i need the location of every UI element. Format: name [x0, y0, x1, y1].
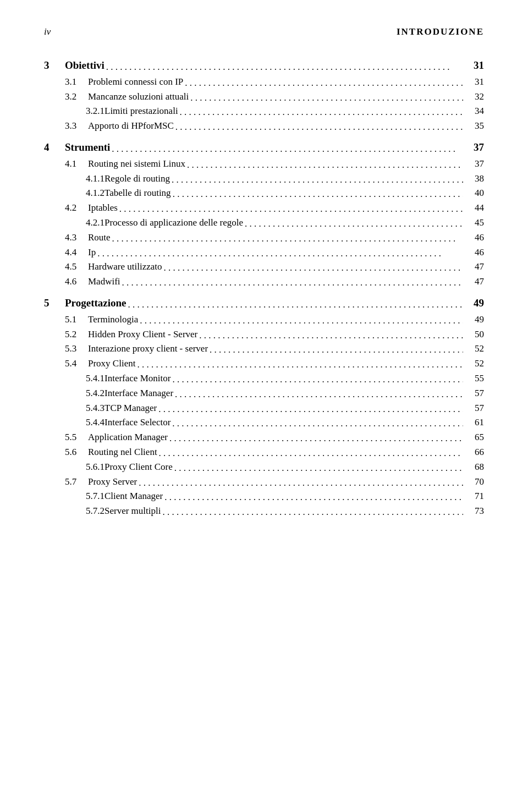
toc-entry-title: Mancanze soluzioni attuali	[88, 91, 189, 102]
toc-entry-page: 34	[465, 106, 484, 117]
toc-entry-title: Hidden Proxy Client - Server	[88, 329, 197, 340]
toc-entry-title: Proxy Server	[88, 476, 137, 487]
toc-entry-title: Application Manager	[88, 432, 168, 443]
toc-entry-num: 4.1.2	[44, 188, 105, 199]
toc-chapter-page: 37	[465, 141, 484, 153]
toc-entry-dots	[245, 217, 463, 231]
toc-entry-page: 52	[465, 343, 484, 354]
page: iv INTRODUZIONE 3Obiettivi313.1Problemi …	[0, 0, 528, 812]
toc-entry-dots	[139, 476, 463, 490]
toc-entry-title: Terminologia	[88, 314, 138, 325]
toc-entry-title: Route	[88, 232, 111, 243]
toc-entry-title: Proxy Client Core	[105, 462, 173, 473]
toc-entry-dots	[173, 188, 463, 201]
toc-entry-page: 49	[465, 314, 484, 325]
toc-entry-dots	[174, 462, 463, 475]
toc-section-row: 5.2Hidden Proxy Client - Server50	[44, 328, 484, 341]
toc-entry-dots	[140, 314, 463, 327]
toc-entry-page: 66	[465, 447, 484, 458]
toc-entry-page: 57	[465, 388, 484, 399]
toc-section-row: 5.6Routing nel Client66	[44, 446, 484, 459]
toc-entry-dots	[122, 276, 463, 289]
toc-section-row: 3.3Apporto di HPforMSC35	[44, 119, 484, 133]
toc-entry-title: Tabelle di routing	[105, 188, 171, 199]
toc-section-row: 4.4Ip46	[44, 246, 484, 259]
toc-entry-num: 5.4	[44, 358, 88, 369]
toc-entry-dots	[137, 358, 463, 371]
toc-entry-num: 4.1.1	[44, 173, 105, 184]
toc-entry-title: Client Manager	[105, 491, 163, 502]
toc-entry-num: 4.6	[44, 276, 88, 287]
toc-entry-num: 5.2	[44, 329, 88, 340]
toc-chapter-num: 3	[44, 59, 65, 72]
toc-chapter-row: 3Obiettivi31	[44, 59, 484, 73]
toc-section-row: 4.1Routing nei sistemi Linux37	[44, 157, 484, 171]
toc-entry-dots	[97, 247, 463, 260]
page-header: iv INTRODUZIONE	[44, 26, 484, 37]
toc-entry-dots	[190, 91, 463, 105]
toc-entry-dots	[172, 417, 463, 430]
toc-entry-dots	[119, 202, 463, 216]
toc-chapter-title: Progettazione	[65, 297, 127, 309]
toc-section-row: 5.7Proxy Server70	[44, 475, 484, 489]
toc-section-row: 3.1Problemi connessi con IP31	[44, 75, 484, 89]
toc-entry-page: 46	[465, 247, 484, 258]
toc-entry-dots	[210, 343, 463, 356]
toc-chapter-dots	[112, 142, 463, 156]
toc-subsection-row: 5.6.1Proxy Client Core68	[44, 460, 484, 474]
toc-subsection-row: 4.2.1Processo di applicazione delle rego…	[44, 216, 484, 229]
toc-entry-num: 5.4.2	[44, 388, 105, 399]
toc-section-row: 5.1Terminologia49	[44, 313, 484, 326]
toc-entry-dots	[164, 491, 463, 504]
toc-entry-page: 45	[465, 217, 484, 228]
toc-entry-title: Routing nel Client	[88, 447, 157, 458]
toc-subsection-row: 5.7.2Server multipli73	[44, 504, 484, 518]
toc-entry-page: 70	[465, 476, 484, 487]
toc-chapter-dots	[106, 61, 463, 74]
toc-subsection-row: 5.4.2Interface Manager57	[44, 387, 484, 400]
toc-entry-page: 65	[465, 432, 484, 443]
toc-chapter-num: 5	[44, 297, 65, 309]
toc-entry-page: 73	[465, 506, 484, 517]
toc-section-row: 4.2Iptables44	[44, 201, 484, 215]
toc-entry-page: 55	[465, 373, 484, 384]
toc-section-row: 3.2Mancanze soluzioni attuali32	[44, 90, 484, 103]
toc-entry-page: 47	[465, 261, 484, 272]
toc-entry-page: 37	[465, 158, 484, 169]
toc-entry-title: Interface Manager	[105, 388, 173, 399]
toc-section-row: 4.3Route46	[44, 231, 484, 244]
toc-entry-title: Proxy Client	[88, 358, 135, 369]
toc-subsection-row: 5.4.4Interface Selector61	[44, 416, 484, 429]
toc-entry-page: 44	[465, 202, 484, 213]
toc-entry-page: 46	[465, 232, 484, 243]
toc-entry-num: 3.2.1	[44, 106, 105, 117]
toc-section-row: 5.5Application Manager65	[44, 431, 484, 444]
toc-entry-num: 4.5	[44, 261, 88, 272]
toc-entry-num: 5.4.4	[44, 417, 105, 428]
page-title-header: INTRODUZIONE	[397, 26, 484, 37]
toc-entry-dots	[164, 261, 463, 275]
toc-entry-num: 5.6	[44, 447, 88, 458]
toc-entry-dots	[187, 158, 463, 172]
table-of-contents: 3Obiettivi313.1Problemi connessi con IP3…	[44, 59, 484, 518]
toc-subsection-row: 5.4.3TCP Manager57	[44, 402, 484, 415]
toc-entry-num: 3.3	[44, 120, 88, 131]
toc-chapter-page: 49	[465, 297, 484, 309]
toc-entry-page: 32	[465, 91, 484, 102]
toc-entry-title: Routing nei sistemi Linux	[88, 158, 185, 169]
toc-entry-dots	[162, 506, 463, 519]
toc-chapter-row: 4Strumenti37	[44, 141, 484, 155]
toc-entry-num: 3.1	[44, 76, 88, 87]
toc-entry-num: 4.4	[44, 247, 88, 258]
toc-entry-num: 5.5	[44, 432, 88, 443]
toc-entry-title: Problemi connessi con IP	[88, 76, 183, 87]
toc-entry-dots	[172, 173, 463, 186]
toc-subsection-row: 4.1.1Regole di routing38	[44, 172, 484, 185]
toc-entry-dots	[159, 447, 463, 460]
toc-entry-page: 47	[465, 276, 484, 287]
toc-chapter-page: 31	[465, 59, 484, 72]
toc-entry-title: Processo di applicazione delle regole	[105, 217, 243, 228]
toc-entry-dots	[175, 120, 463, 134]
toc-entry-dots	[180, 106, 463, 119]
toc-entry-page: 71	[465, 491, 484, 502]
